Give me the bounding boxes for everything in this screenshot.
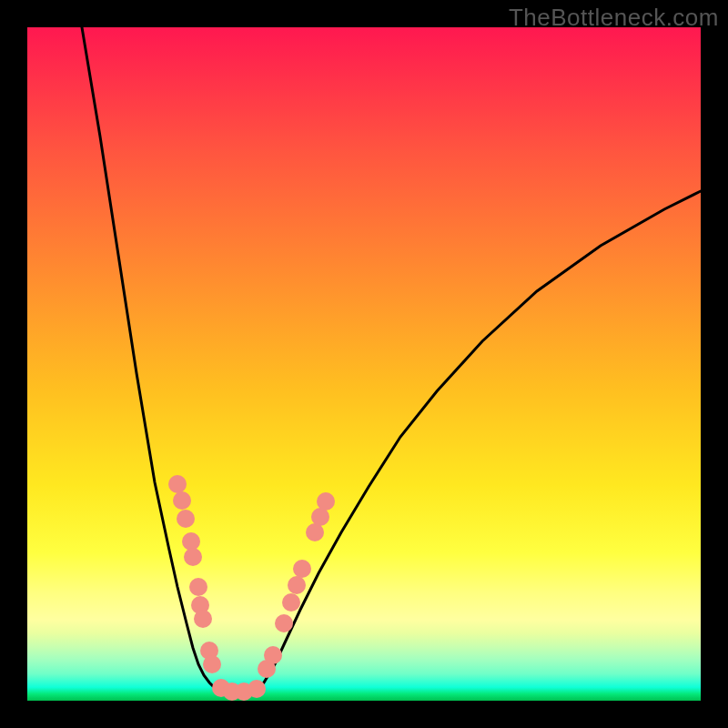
highlight-dot <box>189 578 207 596</box>
highlight-dot <box>275 614 293 632</box>
highlight-dot <box>264 646 282 664</box>
highlight-dot <box>311 508 329 526</box>
highlight-dot <box>168 475 187 493</box>
highlight-dot <box>248 680 266 698</box>
curve-group <box>82 27 701 693</box>
highlight-dot <box>282 593 300 612</box>
highlight-dot <box>184 548 202 566</box>
highlight-dot <box>293 560 311 578</box>
highlight-dot <box>203 655 221 673</box>
chart-svg <box>27 27 701 701</box>
highlight-dot <box>288 576 306 594</box>
highlight-dot <box>317 492 335 511</box>
curve-path <box>82 27 701 693</box>
highlight-dot <box>194 610 212 628</box>
chart-frame: TheBottleneck.com <box>0 0 728 728</box>
highlight-dot <box>182 532 200 551</box>
highlight-dot <box>177 510 195 528</box>
highlight-dot <box>173 491 191 510</box>
highlight-dot <box>306 523 324 541</box>
